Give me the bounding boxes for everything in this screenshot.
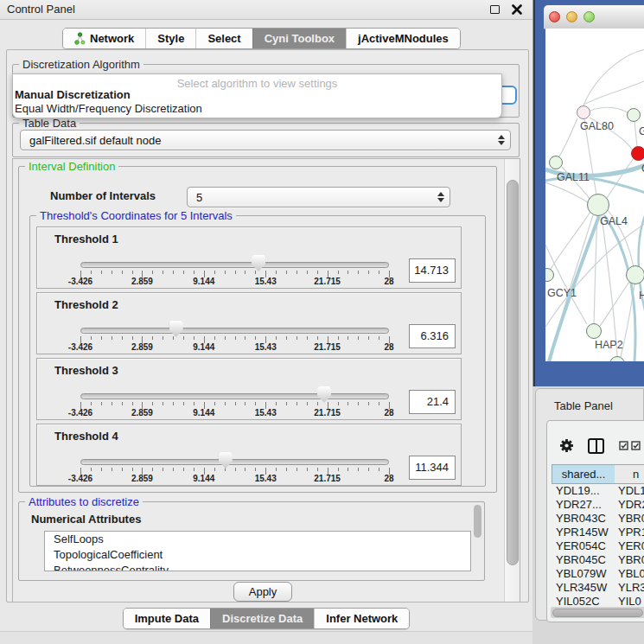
float-window-icon[interactable]	[490, 5, 500, 14]
cell-name: YER0	[618, 539, 644, 553]
scrollbar-thumb[interactable]	[507, 180, 519, 565]
tick-mark	[368, 468, 369, 471]
threshold-value-field[interactable]: 14.713	[409, 258, 456, 283]
tick-label: 21.715	[314, 474, 341, 483]
right-node[interactable]	[626, 265, 644, 284]
close-icon[interactable]	[512, 4, 522, 15]
tick-label: 9.144	[193, 474, 214, 483]
hap2-node[interactable]	[586, 323, 602, 339]
table-row[interactable]: YPR145WYPR1	[552, 526, 644, 539]
table-row[interactable]: YDR27...YDR2	[552, 498, 644, 512]
tick-mark	[296, 336, 297, 340]
tick-mark	[245, 468, 245, 471]
close-traffic-light[interactable]	[549, 11, 560, 22]
attributes-list-scrollbar[interactable]	[474, 505, 481, 538]
tab-style[interactable]: Style	[145, 29, 195, 48]
red-node[interactable]	[631, 146, 644, 161]
table-data-combo[interactable]: galFiltered.sif default node	[20, 130, 511, 150]
tab-label: Discretize Data	[222, 612, 303, 625]
tick-mark	[163, 271, 163, 274]
apply-button[interactable]: Apply	[233, 582, 292, 602]
table-row[interactable]: YDL19...YDL1	[552, 484, 644, 498]
scrollbar-thumb[interactable]	[552, 609, 643, 617]
numerical-attributes-list[interactable]: SelfLoopsTopologicalCoefficientBetweenne…	[44, 531, 471, 571]
tab-jactivemnodules[interactable]: jActiveMNodules	[346, 29, 460, 48]
threshold-slider-thumb[interactable]	[252, 255, 265, 271]
green-node-a[interactable]	[627, 108, 641, 122]
horizontal-scrollbar[interactable]	[551, 607, 644, 618]
dropdown-option-equal-width-frequency[interactable]: Equal Width/Frequency Discretization	[15, 102, 202, 115]
dropdown-option-manual-discretization[interactable]: Manual Discretization	[15, 88, 131, 101]
checkbox-icon[interactable]	[631, 441, 641, 450]
tick-mark	[183, 271, 184, 274]
tick-mark	[152, 468, 153, 471]
table-row[interactable]: YIL052CYIL0	[552, 595, 644, 607]
group-title: Discretization Algorithm	[19, 58, 143, 71]
settings-scroll-pane: Interval Definition Number of Intervals …	[12, 158, 520, 603]
tick-label: 21.715	[314, 408, 341, 418]
tick-mark	[163, 336, 163, 340]
tick-mark	[91, 336, 92, 340]
table-row[interactable]: YER054CYER0	[552, 539, 644, 553]
threshold-slider-track[interactable]	[80, 393, 389, 399]
attribute-item-selfloops[interactable]: SelfLoops	[45, 532, 470, 547]
tick-mark	[194, 336, 194, 340]
threshold-slider-thumb[interactable]	[317, 386, 331, 403]
tab-impute-data[interactable]: Impute Data	[124, 609, 210, 628]
threshold-panel-2: Threshold 2-3.4262.8599.14415.4321.71528…	[36, 292, 462, 354]
columns-icon[interactable]	[588, 438, 604, 454]
checkbox-icon[interactable]	[619, 441, 628, 450]
group-title: Interval Definition	[25, 160, 118, 173]
tick-mark	[276, 271, 277, 274]
panel-bottom-strip	[0, 631, 532, 644]
threshold-slider-thumb[interactable]	[219, 452, 233, 469]
tab-cyni-toolbox[interactable]: Cyni Toolbox	[252, 29, 346, 48]
table-row[interactable]: YBL079WYBL0	[552, 567, 644, 581]
node-label-hap2: HAP2	[595, 339, 623, 351]
pink-node[interactable]	[577, 105, 590, 119]
tick-mark	[358, 468, 359, 471]
tick-label: 2.859	[131, 277, 153, 286]
cell-shared-name: YBR045C	[556, 553, 606, 567]
cell-shared-name: YPR145W	[556, 526, 609, 539]
zoom-traffic-light[interactable]	[583, 11, 595, 22]
gal4-node[interactable]	[587, 194, 609, 216]
table-row[interactable]: YBR043CYBR0	[552, 512, 644, 526]
cyni-toolbox-panel: Discretization Algorithm Table Data galF…	[6, 49, 529, 603]
tick-mark	[317, 468, 318, 471]
threshold-slider-thumb[interactable]	[169, 321, 183, 337]
column-header-name[interactable]: n	[615, 464, 644, 484]
threshold-value-field[interactable]: 21.4	[409, 390, 456, 414]
attribute-item-topologicalcoefficient[interactable]: TopologicalCoefficient	[45, 547, 470, 563]
table-row[interactable]: YLR345WYLR3	[552, 581, 644, 595]
gear-icon[interactable]	[559, 438, 574, 453]
tab-network[interactable]: Network	[63, 29, 145, 48]
top-tab-bar: NetworkStyleSelectCyni ToolboxjActiveMNo…	[62, 28, 461, 49]
tick-mark	[317, 402, 318, 405]
tick-label: -3.426	[68, 474, 92, 483]
tick-mark	[286, 402, 287, 405]
threshold-panel-1: Threshold 1-3.4262.8599.14415.4321.71528…	[36, 226, 462, 289]
threshold-slider-track[interactable]	[80, 328, 389, 334]
tick-mark	[235, 336, 236, 340]
threshold-slider-track[interactable]	[80, 459, 389, 465]
tab-select[interactable]: Select	[195, 29, 252, 48]
minimize-traffic-light[interactable]	[566, 11, 577, 22]
tick-mark	[225, 271, 226, 274]
vertical-scrollbar[interactable]	[504, 159, 520, 602]
num-intervals-combo[interactable]: 5	[187, 187, 450, 207]
green-node-b[interactable]	[549, 156, 563, 169]
tab-infer-network[interactable]: Infer Network	[314, 609, 409, 628]
threshold-value-field[interactable]: 6.316	[409, 324, 456, 348]
tick-label: 15.43	[255, 277, 277, 286]
threshold-slider-track[interactable]	[80, 262, 389, 268]
attribute-item-betweennesscentrality[interactable]: BetweennessCentrality	[45, 563, 470, 571]
column-header-shared-name[interactable]: shared...	[552, 464, 615, 484]
tick-mark	[112, 271, 112, 274]
tick-mark	[173, 402, 174, 405]
network-canvas[interactable]: GAL80GAGAL11CGAL4GCY1HHAP2	[545, 29, 644, 361]
tab-discretize-data[interactable]: Discretize Data	[210, 609, 314, 628]
tick-label: 2.859	[131, 342, 153, 352]
threshold-value-field[interactable]: 11.344	[409, 456, 456, 480]
table-row[interactable]: YBR045CYBR0	[552, 553, 644, 567]
